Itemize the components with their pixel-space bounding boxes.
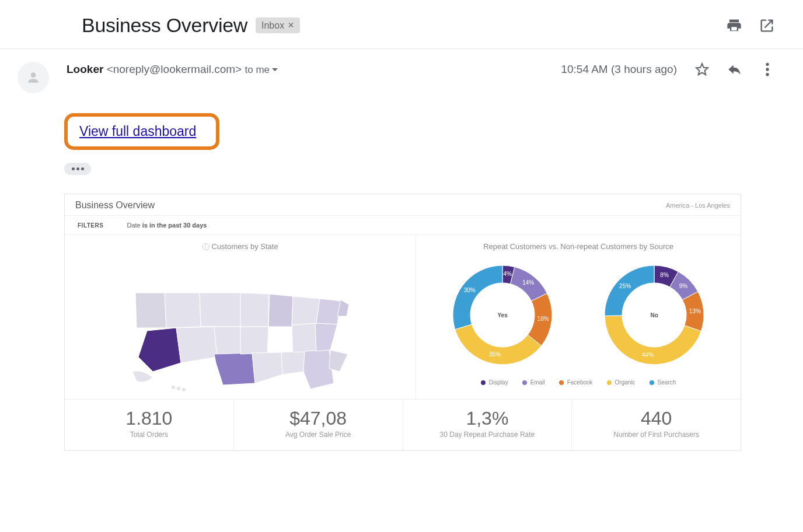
open-new-window-icon[interactable] (759, 18, 775, 34)
dashboard-preview: Business Overview America - Los Angeles … (64, 194, 741, 451)
us-map-icon (130, 258, 351, 392)
svg-point-6 (182, 388, 186, 391)
svg-text:30%: 30% (464, 287, 476, 293)
star-icon[interactable] (694, 62, 710, 77)
inbox-badge-label: Inbox (261, 20, 284, 31)
remove-label-icon[interactable]: × (288, 19, 294, 32)
info-icon: i (203, 243, 210, 250)
legend-email: Email (530, 379, 545, 386)
svg-point-4 (172, 386, 175, 389)
donut-chart: 8%9%13%44%25%No (596, 257, 713, 373)
svg-text:25%: 25% (619, 283, 631, 289)
svg-point-0 (31, 72, 36, 78)
svg-point-5 (177, 387, 180, 390)
print-icon[interactable] (726, 18, 742, 34)
kpi-tile: 1,3%30 Day Repeat Purchase Rate (403, 400, 572, 450)
svg-text:35%: 35% (489, 351, 501, 358)
dashboard-filters-label: FILTERS (78, 222, 103, 229)
svg-text:8%: 8% (660, 272, 669, 278)
svg-text:9%: 9% (679, 283, 688, 289)
kpi-tile: 1.810Total Orders (65, 400, 234, 450)
svg-point-1 (766, 63, 769, 66)
email-subject: Business Overview (82, 14, 247, 37)
svg-point-2 (766, 68, 769, 71)
recipient-text: to me (245, 64, 270, 76)
legend-organic: Organic (615, 379, 636, 386)
donut-chart: 4%14%18%35%30%Yes (444, 257, 561, 373)
kpi-tile: $47,08Avg Order Sale Price (234, 400, 403, 450)
svg-text:14%: 14% (522, 279, 534, 286)
timestamp: 10:54 AM (3 hours ago) (561, 63, 677, 76)
legend-search: Search (658, 379, 676, 386)
reply-icon[interactable] (727, 62, 742, 77)
svg-text:4%: 4% (504, 271, 512, 277)
map-title: Customers by State (212, 242, 278, 251)
chevron-down-icon (272, 67, 278, 73)
sender-avatar (18, 62, 49, 93)
dashboard-timezone: America - Los Angeles (666, 202, 730, 209)
legend-display: Display (489, 379, 508, 386)
sender-name: Looker (67, 63, 103, 75)
sender-email: <noreply@lookermail.com> (107, 63, 242, 75)
legend-facebook: Facebook (567, 379, 593, 386)
chart-title: Repeat Customers vs. Non-repeat Customer… (416, 235, 741, 254)
inbox-badge[interactable]: Inbox × (256, 18, 300, 33)
dashboard-title: Business Overview (75, 200, 155, 211)
dashboard-filter-value: Date is in the past 30 days (127, 222, 207, 229)
more-icon[interactable] (760, 62, 775, 77)
show-trimmed-content-button[interactable] (64, 163, 91, 175)
svg-point-3 (766, 73, 769, 76)
highlight-annotation: View full dashboard (64, 113, 219, 150)
svg-text:44%: 44% (642, 352, 654, 358)
kpi-tile: 440Number of First Purchasers (572, 400, 741, 450)
view-dashboard-link[interactable]: View full dashboard (79, 124, 196, 139)
recipient-dropdown[interactable]: to me (245, 64, 278, 76)
